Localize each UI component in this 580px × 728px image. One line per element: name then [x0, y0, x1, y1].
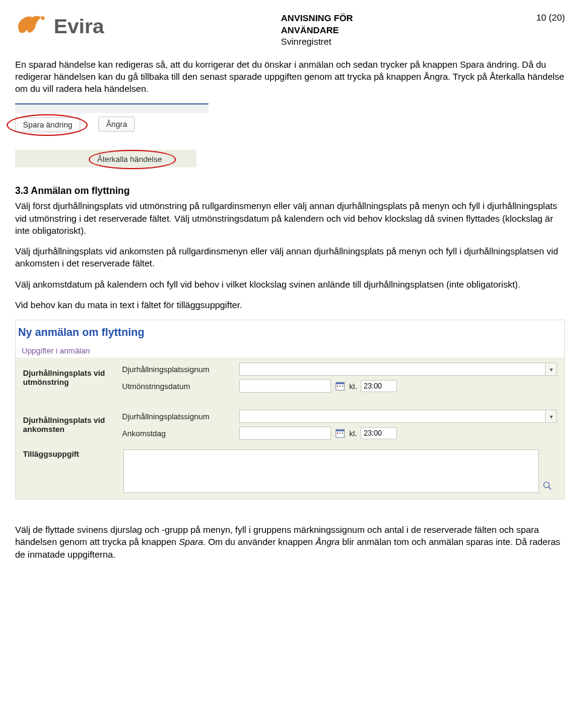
doc-title-line1: ANVISNING FÖR	[281, 12, 353, 24]
svg-rect-8	[337, 433, 338, 434]
svg-point-0	[41, 16, 45, 20]
form-title: Ny anmälan om flyttning	[16, 320, 564, 343]
svg-rect-4	[340, 385, 341, 387]
doc-title-line3: Svinregistret	[281, 36, 353, 48]
screenshot-save-cancel: Spara ändring Ångra	[15, 103, 565, 132]
chevron-down-icon: ▾	[546, 362, 557, 376]
logo-text: Evira	[54, 14, 104, 38]
label-kl-2: kl.	[349, 429, 357, 438]
svg-rect-9	[340, 433, 341, 434]
paragraph-5: Vid behov kan du mata in text i fältet f…	[15, 299, 565, 311]
dropdown-signum-2[interactable]: ▾	[239, 410, 557, 423]
time-input-2[interactable]	[361, 427, 397, 439]
paragraph-2: Välj först djurhållningsplats vid utmöns…	[15, 200, 565, 237]
paragraph-1: En sparad händelse kan redigeras så, att…	[15, 59, 565, 95]
calendar-icon-2[interactable]	[335, 428, 346, 439]
section-heading-3-3: 3.3 Anmälan om flyttning	[15, 185, 565, 196]
label-ankomsten: Djurhållningsplats vid ankomsten	[23, 416, 120, 434]
doc-title-line2: ANVÄNDARE	[281, 24, 353, 36]
paragraph-4: Välj ankomstdatum på kalendern och fyll …	[15, 279, 565, 291]
label-utmonstring: Djurhållningsplats vid utmönstring	[23, 369, 120, 387]
svg-rect-3	[337, 385, 338, 387]
label-utmonstringsdatum: Utmönstringsdatum	[122, 382, 237, 391]
magnifier-icon[interactable]	[543, 481, 553, 492]
page-header: Evira ANVISNING FÖR ANVÄNDARE Svinregist…	[15, 12, 565, 48]
dropdown-signum-1[interactable]: ▾	[239, 362, 557, 376]
label-ankomstdag: Ankomstdag	[122, 429, 237, 438]
time-input-1[interactable]	[361, 380, 397, 392]
doc-title: ANVISNING FÖR ANVÄNDARE Svinregistret	[281, 12, 353, 48]
date-input-1[interactable]	[239, 379, 331, 393]
screenshot-form: Ny anmälan om flyttning Uppgifter i anmä…	[15, 320, 565, 500]
svg-rect-7	[336, 430, 344, 431]
page-number: 10 (20)	[536, 12, 565, 22]
recall-event-button[interactable]: Återkalla händelse	[94, 153, 166, 166]
svg-rect-10	[342, 433, 343, 434]
logo: Evira	[15, 12, 281, 40]
form-subtitle: Uppgifter i anmälan	[16, 343, 564, 358]
cancel-button[interactable]: Ångra	[98, 117, 135, 132]
toolbar-bg	[15, 103, 208, 113]
label-signum-2: Djurhållningsplatssignum	[122, 412, 237, 421]
label-tillagg: Tilläggsuppgift	[23, 449, 120, 459]
svg-rect-5	[342, 385, 343, 387]
date-input-2[interactable]	[239, 427, 331, 440]
label-signum-1: Djurhållningsplatssignum	[122, 365, 237, 374]
chevron-down-icon-2: ▾	[546, 410, 557, 423]
additional-info-textarea[interactable]	[123, 449, 539, 493]
paragraph-6: Välj de flyttade svinens djurslag och -g…	[15, 524, 565, 561]
svg-rect-2	[336, 382, 344, 384]
paragraph-3: Välj djurhållningsplats vid ankomsten på…	[15, 245, 565, 270]
svg-line-12	[549, 487, 551, 489]
screenshot-recall: Återkalla händelse	[15, 150, 565, 167]
label-kl-1: kl.	[349, 382, 357, 391]
save-change-button[interactable]: Spara ändring	[15, 117, 80, 132]
calendar-icon[interactable]	[335, 381, 346, 391]
svg-point-11	[544, 482, 549, 488]
logo-icon	[15, 12, 48, 40]
